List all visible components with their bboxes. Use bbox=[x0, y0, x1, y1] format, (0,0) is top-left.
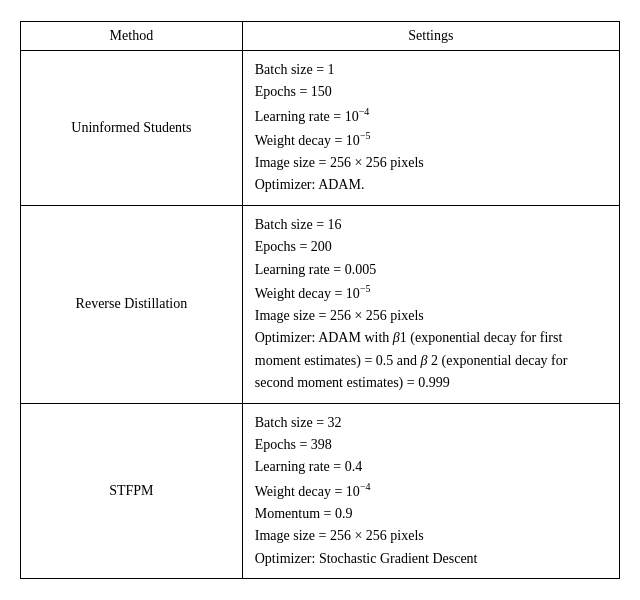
method-cell-stfpm: STFPM bbox=[21, 403, 242, 578]
settings-cell-reverse: Batch size = 16 Epochs = 200 Learning ra… bbox=[242, 205, 619, 403]
table-row: Reverse Distillation Batch size = 16 Epo… bbox=[21, 205, 619, 403]
settings-cell-uninformed: Batch size = 1 Epochs = 150 Learning rat… bbox=[242, 51, 619, 206]
table-row: Uninformed Students Batch size = 1 Epoch… bbox=[21, 51, 619, 206]
settings-header: Settings bbox=[242, 22, 619, 51]
method-cell-uninformed: Uninformed Students bbox=[21, 51, 242, 206]
method-cell-reverse: Reverse Distillation bbox=[21, 205, 242, 403]
header-row: Method Settings bbox=[21, 22, 619, 51]
settings-cell-stfpm: Batch size = 32 Epochs = 398 Learning ra… bbox=[242, 403, 619, 578]
settings-table: Method Settings Uninformed Students Batc… bbox=[21, 22, 619, 578]
table-row: STFPM Batch size = 32 Epochs = 398 Learn… bbox=[21, 403, 619, 578]
method-header: Method bbox=[21, 22, 242, 51]
main-table-container: Method Settings Uninformed Students Batc… bbox=[20, 21, 620, 579]
